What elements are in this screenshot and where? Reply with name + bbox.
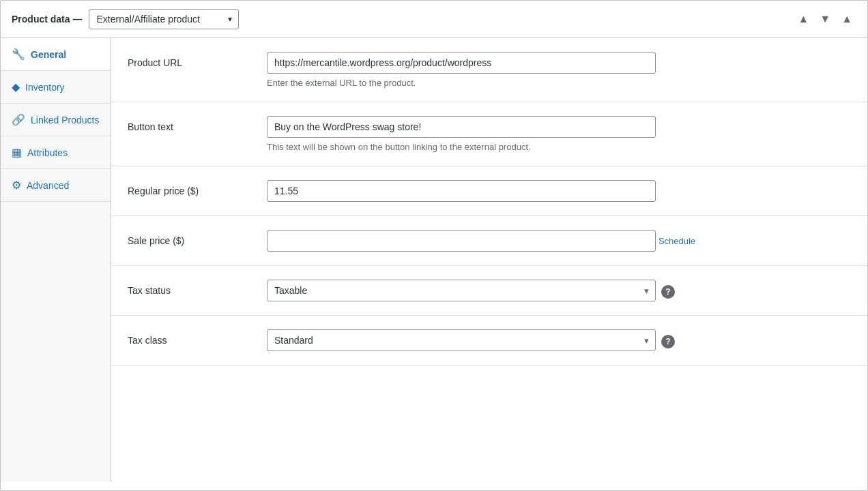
product-url-input[interactable] xyxy=(267,52,656,74)
tax-status-content: Taxable Shipping only None ▾ ? xyxy=(267,280,851,301)
schedule-link[interactable]: Schedule xyxy=(659,236,695,246)
tax-class-content: Standard Reduced rate Zero rate ▾ ? xyxy=(267,329,851,351)
sidebar-label-attributes: Attributes xyxy=(27,147,68,158)
field-row-tax-status: Tax status Taxable Shipping only None ▾ … xyxy=(111,266,867,316)
field-row-sale-price: Sale price ($) Schedule xyxy=(111,216,867,266)
sidebar-item-general[interactable]: 🔧 General xyxy=(1,38,111,71)
tax-class-with-help: Standard Reduced rate Zero rate ▾ ? xyxy=(267,329,851,351)
collapse-up-button[interactable]: ▲ xyxy=(794,10,813,28)
button-text-label: Button text xyxy=(128,116,250,132)
gear-icon: ⚙ xyxy=(12,179,21,192)
sale-price-label: Sale price ($) xyxy=(128,230,250,246)
tax-status-select[interactable]: Taxable Shipping only None xyxy=(267,280,656,301)
sidebar-label-inventory: Inventory xyxy=(25,82,65,93)
attributes-icon: ▦ xyxy=(12,146,22,159)
main-content: Product URL Enter the external URL to th… xyxy=(111,38,867,481)
sidebar-label-advanced: Advanced xyxy=(27,180,69,191)
sidebar-label-general: General xyxy=(31,49,66,60)
tax-status-label: Tax status xyxy=(128,280,250,296)
regular-price-label: Regular price ($) xyxy=(128,180,250,196)
tax-class-label: Tax class xyxy=(128,329,250,346)
product-url-hint: Enter the external URL to the product. xyxy=(267,78,851,88)
product-url-content: Enter the external URL to the product. xyxy=(267,52,851,88)
sidebar-item-attributes[interactable]: ▦ Attributes xyxy=(1,136,111,169)
product-data-panel: Product data — Simple product Grouped pr… xyxy=(0,0,868,491)
wrench-icon: 🔧 xyxy=(12,48,25,61)
sidebar-item-inventory[interactable]: ◆ Inventory xyxy=(1,71,111,104)
inventory-icon: ◆ xyxy=(12,80,20,93)
product-data-header: Product data — Simple product Grouped pr… xyxy=(1,1,867,38)
sidebar-item-advanced[interactable]: ⚙ Advanced xyxy=(1,169,111,202)
sidebar-label-linked-products: Linked Products xyxy=(31,115,99,125)
button-text-content: This text will be shown on the button li… xyxy=(267,116,851,152)
product-data-title: Product data — xyxy=(12,14,82,25)
regular-price-input[interactable] xyxy=(267,180,656,202)
sale-price-content: Schedule xyxy=(267,230,851,252)
product-type-select[interactable]: Simple product Grouped product External/… xyxy=(89,9,239,29)
sidebar: 🔧 General ◆ Inventory 🔗 Linked Products … xyxy=(1,38,111,481)
product-data-body: 🔧 General ◆ Inventory 🔗 Linked Products … xyxy=(1,38,867,481)
expand-button[interactable]: ▲ xyxy=(837,10,856,28)
tax-class-select-wrapper: Standard Reduced rate Zero rate ▾ xyxy=(267,329,656,351)
field-row-tax-class: Tax class Standard Reduced rate Zero rat… xyxy=(111,316,867,366)
collapse-down-button[interactable]: ▼ xyxy=(815,10,835,28)
product-type-wrapper: Simple product Grouped product External/… xyxy=(89,9,239,29)
link-icon: 🔗 xyxy=(12,113,25,126)
product-url-label: Product URL xyxy=(128,52,250,68)
field-row-button-text: Button text This text will be shown on t… xyxy=(111,102,867,166)
tax-status-help-icon[interactable]: ? xyxy=(661,285,675,299)
sale-price-input[interactable] xyxy=(267,230,656,252)
sidebar-item-linked-products[interactable]: 🔗 Linked Products xyxy=(1,104,111,136)
header-controls: ▲ ▼ ▲ xyxy=(794,10,856,28)
tax-class-select[interactable]: Standard Reduced rate Zero rate xyxy=(267,329,656,351)
tax-class-help-icon[interactable]: ? xyxy=(661,335,675,348)
field-row-regular-price: Regular price ($) xyxy=(111,166,867,216)
regular-price-content xyxy=(267,180,851,202)
field-row-product-url: Product URL Enter the external URL to th… xyxy=(111,38,867,102)
tax-status-select-wrapper: Taxable Shipping only None ▾ xyxy=(267,280,656,301)
tax-status-with-help: Taxable Shipping only None ▾ ? xyxy=(267,280,851,301)
button-text-hint: This text will be shown on the button li… xyxy=(267,142,851,152)
button-text-input[interactable] xyxy=(267,116,656,138)
